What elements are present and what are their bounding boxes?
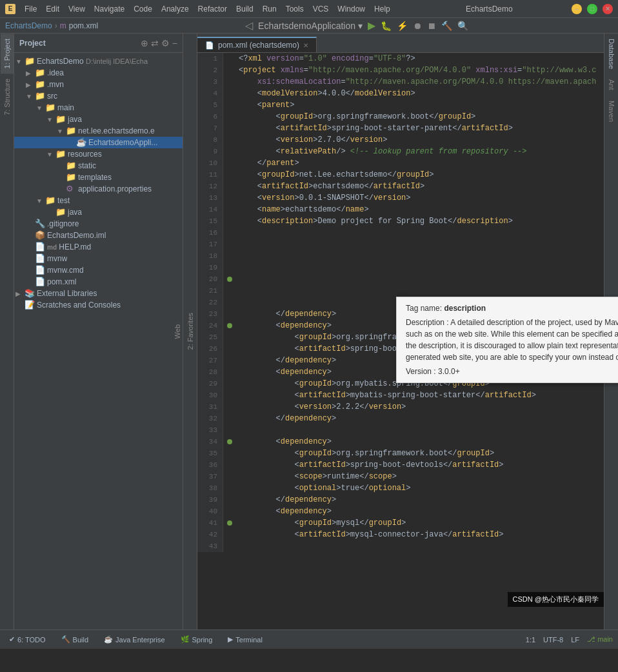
tree-item-netlee[interactable]: ▼ 📁 net.lee.echartsdemo.e <box>14 125 183 137</box>
right-tab-database[interactable]: Database <box>605 34 618 74</box>
code-line-34: 34 <dependency> <box>197 436 604 448</box>
minimize-button[interactable]: – <box>572 4 582 14</box>
sidebar-tab-structure[interactable]: 7: Structure <box>1 74 14 121</box>
tree-label: application.properties <box>78 184 152 193</box>
tree-label: pom.xml <box>47 277 76 286</box>
bottom-tab-todo[interactable]: ✔ 6: TODO <box>5 634 50 645</box>
code-line-32: 32 </dependency> <box>197 413 604 424</box>
tab-close-icon[interactable]: ✕ <box>303 42 308 49</box>
panel-sync-icon[interactable]: ⇄ <box>151 38 159 48</box>
menu-window[interactable]: Window <box>334 3 369 15</box>
right-tab-maven[interactable]: Maven <box>605 95 618 127</box>
breakpoint-dot[interactable] <box>227 520 232 526</box>
menu-help[interactable]: Help <box>370 3 394 15</box>
tree-item-templates[interactable]: 📁 templates <box>14 172 183 183</box>
line-code <box>236 273 604 285</box>
bottom-tab-build[interactable]: 🔨 Build <box>57 634 92 645</box>
line-code: </parent> <box>236 157 604 169</box>
breakpoint-dot[interactable] <box>227 439 232 444</box>
tree-item-test[interactable]: ▼ 📁 test <box>14 195 183 206</box>
line-number: 13 <box>197 192 223 204</box>
tree-item-pomxml[interactable]: 📄 pom.xml <box>14 276 183 288</box>
panel-settings-icon[interactable]: ⚙ <box>161 38 170 48</box>
menu-edit[interactable]: Edit <box>42 3 63 15</box>
right-tab-ant[interactable]: Ant <box>605 74 618 95</box>
bottom-tab-terminal[interactable]: ▶ Terminal <box>224 634 266 645</box>
tree-item-application[interactable]: ☕ EchartsdemoAppli... <box>14 137 183 148</box>
menu-build[interactable]: Build <box>232 3 257 15</box>
tooltip-description: Description : A detailed description of … <box>406 317 618 363</box>
line-gutter <box>223 262 236 273</box>
tree-item-mvn[interactable]: ▶ 📁 .mvn <box>14 79 183 90</box>
line-gutter <box>223 157 236 169</box>
spring-label: Spring <box>192 636 213 644</box>
search-button[interactable]: 🔍 <box>457 21 468 31</box>
status-bar: 1:1 UTF-8 LF ⎇ main <box>526 635 613 644</box>
breadcrumb-m: m <box>60 21 66 30</box>
profile-button[interactable]: ⚡ <box>397 21 408 31</box>
run-button[interactable]: ▶ <box>368 19 375 32</box>
tree-item-ext-libs[interactable]: ▶ 📚 External Libraries <box>14 288 183 299</box>
line-gutter <box>223 459 236 471</box>
menu-tools[interactable]: Tools <box>282 3 308 15</box>
tree-item-mvnwcmd[interactable]: 📄 mvnw.cmd <box>14 264 183 276</box>
line-gutter <box>223 413 236 424</box>
tree-item-main[interactable]: ▼ 📁 main <box>14 102 183 114</box>
menu-vcs[interactable]: VCS <box>309 3 333 15</box>
breakpoint-dot[interactable] <box>227 277 232 282</box>
line-number: 21 <box>197 285 223 297</box>
tree-item-gitignore[interactable]: 🔧 .gitignore <box>14 218 183 230</box>
sidebar-tab-project[interactable]: 1: Project <box>1 34 14 74</box>
breadcrumb-project[interactable]: EchartsDemo <box>5 21 52 30</box>
menu-code[interactable]: Code <box>130 3 156 15</box>
tree-item-iml[interactable]: 📦 EchartsDemo.iml <box>14 230 183 241</box>
close-button[interactable]: ✕ <box>603 4 613 14</box>
tree-item-properties[interactable]: ⚙ application.properties <box>14 183 183 195</box>
menu-refactor[interactable]: Refactor <box>194 3 231 15</box>
code-line-35: 35 <groupId>org.springframework.boot</gr… <box>197 448 604 459</box>
code-line-4: 4 <modelVersion>4.0.0</modelVersion> <box>197 88 604 99</box>
folder-icon: 📁 <box>66 126 76 136</box>
line-number: 17 <box>197 239 223 250</box>
line-gutter <box>223 517 236 529</box>
folder-icon: 📁 <box>66 161 76 171</box>
code-line-17: 17 <box>197 239 604 250</box>
tree-item-helpmd[interactable]: 📄 md HELP.md <box>14 241 183 253</box>
menu-analyze[interactable]: Analyze <box>157 3 193 15</box>
tree-item-test-java[interactable]: 📁 java <box>14 206 183 218</box>
panel-minimize-icon[interactable]: − <box>172 38 177 48</box>
debug-button[interactable]: 🐛 <box>381 21 392 31</box>
breakpoint-dot[interactable] <box>227 323 232 328</box>
maximize-button[interactable]: □ <box>587 4 597 14</box>
tree-item-static[interactable]: 📁 static <box>14 160 183 172</box>
props-icon: ⚙ <box>66 184 76 194</box>
editor-tab-pomxml[interactable]: 📄 pom.xml (echartsdemo) ✕ <box>197 37 317 52</box>
bottom-tab-spring[interactable]: 🌿 Spring <box>177 634 217 645</box>
tree-item-root[interactable]: ▼ 📁 EchartsDemo D:\intelij IDEA\Echa <box>14 55 183 67</box>
fav-tab-favorites[interactable]: 2: Favorites <box>184 308 197 355</box>
tree-item-mvnw[interactable]: 📄 mvnw <box>14 253 183 264</box>
panel-add-icon[interactable]: ⊕ <box>141 38 148 48</box>
run-config-selector[interactable]: EchartsdemoApplication ▾ <box>258 21 363 31</box>
menu-run[interactable]: Run <box>259 3 281 15</box>
stop-button[interactable]: ⏹ <box>427 21 436 31</box>
fav-tab-web[interactable]: Web <box>171 319 184 344</box>
tree-item-scratches[interactable]: 📝 Scratches and Consoles <box>14 299 183 311</box>
tree-item-resources[interactable]: ▼ 📁 resources <box>14 148 183 160</box>
tree-item-idea[interactable]: ▶ 📁 .idea <box>14 67 183 79</box>
build-button[interactable]: 🔨 <box>441 21 452 31</box>
tree-item-java[interactable]: ▼ 📁 java <box>14 114 183 125</box>
line-code: <name>echartsdemo</name> <box>236 204 604 215</box>
menu-file[interactable]: File <box>21 3 41 15</box>
project-tree: ▼ 📁 EchartsDemo D:\intelij IDEA\Echa ▶ 📁… <box>14 53 183 629</box>
bottom-tab-java-enterprise[interactable]: ☕ Java Enterprise <box>100 634 168 645</box>
tree-item-src[interactable]: ▼ 📁 src <box>14 90 183 102</box>
coverage-button[interactable]: ⏺ <box>413 21 422 31</box>
folder-icon: 📁 <box>35 79 45 90</box>
menu-view[interactable]: View <box>65 3 89 15</box>
line-code: <artifactId>mybatis-spring-boot-starter<… <box>236 390 604 401</box>
menu-navigate[interactable]: Navigate <box>90 3 128 15</box>
code-line-43: 43 <box>197 540 604 552</box>
line-number: 31 <box>197 401 223 413</box>
nav-back[interactable]: ◁ <box>245 19 253 32</box>
